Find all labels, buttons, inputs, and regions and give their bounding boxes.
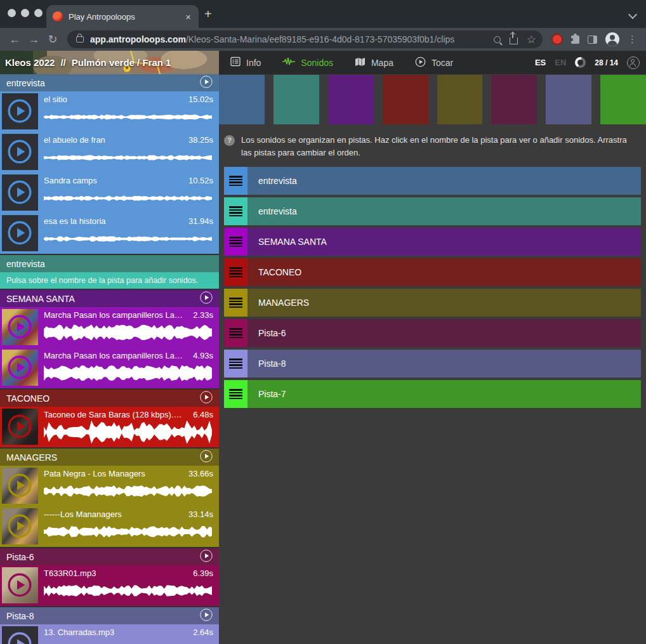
clip-row[interactable]: Sandra camps10.52s — [0, 173, 219, 213]
clip-row[interactable]: Pata Negra - Los Managers33.66s — [0, 466, 219, 506]
clip-thumbnail[interactable] — [2, 567, 38, 603]
play-track-button[interactable] — [200, 391, 213, 405]
reload-icon[interactable]: ↻ — [44, 32, 61, 46]
play-track-button[interactable] — [200, 450, 213, 464]
lock-icon[interactable] — [76, 36, 84, 43]
clip-row[interactable]: Taconeo de Sara Baras (128 kbps).mp36.48… — [0, 407, 219, 447]
track-color-strip — [219, 75, 646, 124]
track-row-bar[interactable]: Pista-7 — [247, 380, 641, 408]
track-color-square[interactable] — [383, 75, 428, 124]
drag-handle-icon — [229, 328, 242, 338]
zoom-window-button[interactable] — [34, 9, 43, 17]
new-tab-button[interactable]: + — [204, 8, 212, 20]
clip-row[interactable]: ------Los Mananagers33.14s — [0, 506, 219, 547]
clip-row[interactable]: el abuelo de fran38.25s — [0, 132, 219, 173]
clip-row[interactable]: Marcha Pasan los campanilleros Las Mejor… — [0, 348, 219, 388]
nav-item-mapa[interactable]: Mapa — [355, 57, 393, 69]
track-row[interactable]: MANAGERS — [224, 289, 641, 317]
play-track-button[interactable] — [200, 608, 213, 623]
drag-handle[interactable] — [224, 258, 247, 286]
track-color-square[interactable] — [491, 75, 537, 124]
sidebar-track-header[interactable]: entrevista — [0, 255, 219, 272]
clip-thumbnail[interactable] — [2, 508, 38, 544]
drag-handle[interactable] — [224, 228, 247, 256]
bookmark-star-icon[interactable]: ☆ — [527, 34, 536, 45]
profile-avatar[interactable] — [605, 32, 619, 46]
clip-row[interactable]: Marcha Pasan los campanilleros Las Mejor… — [0, 307, 219, 348]
track-row-bar[interactable]: entrevista — [247, 167, 641, 195]
drag-handle[interactable] — [224, 167, 247, 195]
back-icon[interactable]: ← — [6, 33, 23, 46]
clip-thumbnail[interactable] — [2, 350, 38, 386]
tab-search-chevron-icon[interactable] — [628, 10, 637, 19]
sidebar-track-header[interactable]: MANAGERS — [0, 449, 219, 466]
clip-thumbnail[interactable] — [2, 409, 38, 445]
clip-row[interactable]: 13. Charradas.mp32.64s — [0, 624, 219, 644]
track-row[interactable]: entrevista — [224, 167, 641, 195]
browser-tab[interactable]: Play Antropoloops × — [46, 5, 199, 28]
track-row-bar[interactable]: Pista-8 — [247, 350, 641, 378]
sidebar-track-header[interactable]: Pista-8 — [0, 607, 219, 624]
track-list: entrevistaentrevistaSEMANA SANTATACONEOM… — [219, 164, 646, 411]
sidebar-track-header[interactable]: SEMANA SANTA — [0, 290, 219, 307]
track-row-bar[interactable]: entrevista — [247, 197, 641, 225]
nav-item-info[interactable]: Info — [230, 56, 261, 69]
extensions-puzzle-icon[interactable] — [571, 36, 579, 44]
track-color-square[interactable] — [328, 75, 374, 124]
forward-icon[interactable]: → — [25, 33, 42, 46]
clip-thumbnail[interactable] — [2, 309, 38, 345]
clip-thumbnail[interactable] — [2, 93, 38, 129]
clip-thumbnail[interactable] — [2, 468, 38, 504]
clip-thumbnail[interactable] — [2, 215, 38, 251]
sidebar-track-header[interactable]: entrevista — [0, 74, 219, 91]
track-row-bar[interactable]: Pista-6 — [247, 319, 641, 347]
play-track-button[interactable] — [200, 76, 213, 90]
nav-item-tocar[interactable]: Tocar — [415, 56, 453, 69]
record-icon[interactable] — [551, 34, 563, 45]
clip-waveform — [44, 145, 213, 173]
drag-handle[interactable] — [224, 319, 247, 347]
minimize-window-button[interactable] — [21, 9, 29, 17]
track-row[interactable]: Pista-7 — [224, 380, 641, 408]
browser-menu-icon[interactable]: ⋮ — [628, 34, 637, 45]
clip-row[interactable]: esa es la historia31.94s — [0, 213, 219, 254]
drag-handle[interactable] — [224, 289, 247, 317]
address-bar[interactable]: app.antropoloops.com/Kleos-Santa-Marina/… — [67, 30, 543, 48]
close-window-button[interactable] — [8, 9, 16, 17]
play-track-button[interactable] — [200, 291, 213, 306]
track-color-square[interactable] — [600, 75, 646, 124]
track-row-bar[interactable]: TACONEO — [247, 258, 641, 286]
clip-thumbnail[interactable] — [2, 174, 38, 211]
share-icon[interactable] — [510, 37, 518, 44]
lang-en-button[interactable]: EN — [555, 58, 566, 67]
track-color-square[interactable] — [219, 75, 265, 124]
side-panel-icon[interactable] — [588, 36, 597, 44]
sidebar-track-header[interactable]: TACONEO — [0, 390, 219, 407]
track-row[interactable]: Pista-8 — [224, 350, 641, 378]
clip-row[interactable]: T633R01.mp36.39s — [0, 565, 219, 606]
track-color-square[interactable] — [546, 75, 591, 124]
clip-thumbnail[interactable] — [2, 134, 38, 170]
drag-handle[interactable] — [224, 350, 247, 378]
track-row-bar[interactable]: MANAGERS — [247, 289, 641, 317]
clip-row[interactable]: el sitio15.02s — [0, 91, 219, 132]
track-row[interactable]: TACONEO — [224, 258, 641, 286]
sidebar-track-header[interactable]: Pista-6 — [0, 548, 219, 565]
drag-handle[interactable] — [224, 380, 247, 408]
account-icon[interactable] — [627, 56, 640, 69]
zoom-page-icon[interactable] — [494, 36, 501, 43]
play-track-button[interactable] — [200, 549, 213, 564]
track-row[interactable]: SEMANA SANTA — [224, 228, 641, 256]
track-row[interactable]: entrevista — [224, 197, 641, 225]
track-row-bar[interactable]: SEMANA SANTA — [247, 228, 641, 256]
sidebar-track-section: Pista-813. Charradas.mp32.64s — [0, 607, 219, 644]
tab-close-icon[interactable]: × — [184, 11, 192, 22]
lang-es-button[interactable]: ES — [535, 58, 546, 67]
drag-handle[interactable] — [224, 197, 247, 225]
track-color-square[interactable] — [437, 75, 483, 124]
track-row[interactable]: Pista-6 — [224, 319, 641, 347]
track-color-square[interactable] — [274, 75, 319, 124]
map-snapshot[interactable]: Kleos 2022 // Pulmón verde / Fran 1 — [0, 51, 219, 74]
nav-item-sonidos[interactable]: Sonidos — [282, 56, 333, 69]
clip-thumbnail[interactable] — [2, 626, 38, 644]
